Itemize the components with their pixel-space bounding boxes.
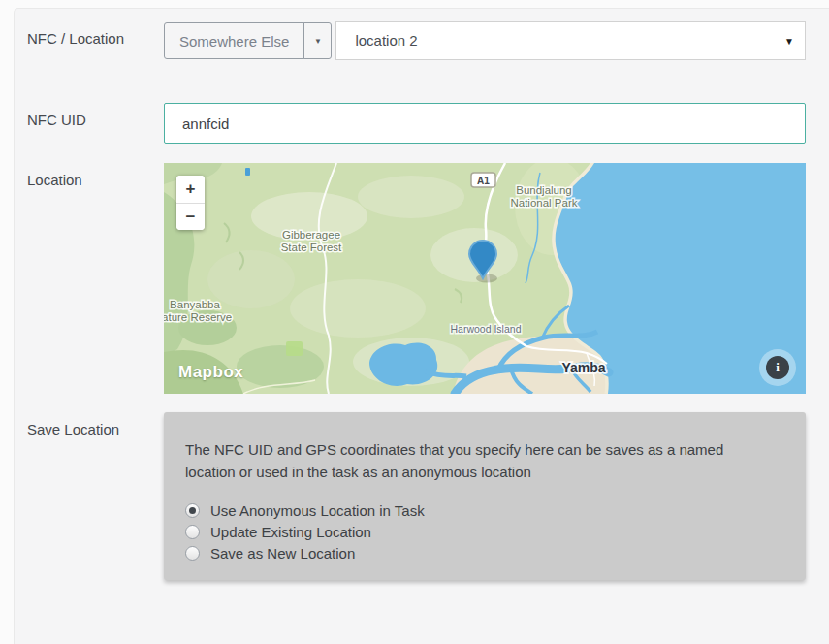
radio-button-icon <box>185 503 200 518</box>
radio-option-anonymous[interactable]: Use Anonymous Location in Task <box>185 499 784 521</box>
nfc-uid-input[interactable] <box>164 103 806 144</box>
radio-option-update-existing[interactable]: Update Existing Location <box>185 521 784 542</box>
row-nfc-uid: NFC UID <box>27 103 829 144</box>
zoom-in-button[interactable]: + <box>176 176 205 203</box>
save-location-panel: The NFC UID and GPS coordinates that you… <box>164 412 806 580</box>
map-label-forest-1: Gibberagee <box>282 229 340 241</box>
save-location-options: Use Anonymous Location in Task Update Ex… <box>185 499 784 564</box>
map-label-reserve-2: Nature Reserve <box>164 311 232 323</box>
nfc-uid-label: NFC UID <box>27 103 164 131</box>
map-canvas[interactable]: A1 Gibberagee State Forest Bundjalung Na… <box>164 163 806 394</box>
map-label-island: Harwood Island <box>451 323 522 335</box>
map-label-forest-2: State Forest <box>281 242 342 253</box>
radio-option-label: Update Existing Location <box>210 524 371 540</box>
row-location-map: Location <box>27 163 829 394</box>
location-select[interactable]: location 2 ▼ <box>335 21 806 60</box>
zoom-out-button[interactable]: − <box>176 203 205 230</box>
radio-option-label: Save as New Location <box>210 545 355 562</box>
map-zoom-control: + − <box>176 176 205 230</box>
nfc-location-label: NFC / Location <box>27 21 164 49</box>
map-label-park-1: Bundjalung <box>516 184 572 196</box>
row-save-location: Save Location The NFC UID and GPS coordi… <box>27 412 829 580</box>
map-label-reserve-1: Banyabba <box>170 299 220 310</box>
road-shield-a1: A1 <box>471 173 495 187</box>
road-shield-label: A1 <box>477 176 490 186</box>
radio-button-icon <box>185 525 200 539</box>
select-dropdown-icon: ▼ <box>784 23 794 60</box>
mapbox-logo[interactable]: Mapbox <box>178 363 243 382</box>
info-icon: i <box>776 360 780 375</box>
form-panel: NFC / Location Somewhere Else ▼ location… <box>14 8 829 644</box>
row-nfc-location: NFC / Location Somewhere Else ▼ location… <box>27 21 829 60</box>
location-select-value: location 2 <box>355 32 417 48</box>
caret-down-icon: ▼ <box>314 37 322 46</box>
somewhere-else-button[interactable]: Somewhere Else <box>164 22 304 59</box>
somewhere-else-caret-button[interactable]: ▼ <box>303 22 332 59</box>
map-label-park-2: National Park <box>510 197 577 209</box>
save-location-label: Save Location <box>27 412 164 440</box>
radio-option-save-new[interactable]: Save as New Location <box>185 542 784 564</box>
map-tiles: A1 Gibberagee State Forest Bundjalung Na… <box>164 163 806 394</box>
map-label-town: Yamba <box>561 360 605 375</box>
save-location-description: The NFC UID and GPS coordinates that you… <box>185 438 769 483</box>
radio-button-icon <box>185 546 200 561</box>
map-info-button[interactable]: i <box>766 356 789 379</box>
radio-option-label: Use Anonymous Location in Task <box>210 502 425 519</box>
location-label: Location <box>27 163 164 191</box>
